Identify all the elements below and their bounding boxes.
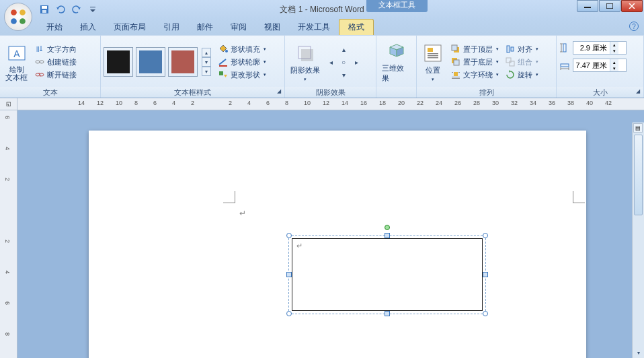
shadow-nudge: ▴ ◂○▸ ▾ [325, 43, 362, 81]
style-gallery[interactable]: ▴ ▾ ▾ [104, 47, 211, 77]
resize-handle-n[interactable] [385, 233, 390, 238]
shape-fill-button[interactable]: 形状填充▾ [216, 43, 268, 55]
style-swatch-1[interactable] [104, 47, 133, 77]
svg-point-0 [11, 9, 17, 15]
svg-rect-23 [428, 48, 433, 52]
shape-outline-button[interactable]: 形状轮廓▾ [216, 56, 268, 68]
undo-button[interactable] [54, 3, 67, 16]
titlebar: 文档 1 - Microsoft Word 文本框工具 [0, 0, 644, 19]
rotate-button[interactable]: 旋转▾ [503, 69, 540, 81]
nudge-down[interactable]: ▾ [337, 69, 350, 81]
resize-handle-e[interactable] [483, 272, 488, 277]
save-button[interactable] [38, 3, 51, 16]
svg-text:A: A [13, 48, 20, 59]
styles-launcher[interactable]: ◢ [275, 88, 283, 96]
svg-rect-40 [563, 44, 566, 52]
resize-handle-ne[interactable] [483, 233, 488, 238]
resize-handle-w[interactable] [286, 272, 292, 277]
group-button[interactable]: 组合▾ [503, 56, 540, 68]
height-icon [559, 42, 570, 53]
redo-button[interactable] [70, 3, 83, 16]
minimize-button[interactable] [577, 0, 598, 12]
nudge-center[interactable]: ○ [337, 56, 350, 68]
width-input[interactable]: ▴▾ [573, 59, 627, 72]
window-controls [576, 0, 643, 12]
ruler-toggle[interactable]: ▤ [633, 123, 643, 133]
svg-rect-21 [301, 49, 313, 61]
textbox[interactable]: ↵ [292, 238, 483, 311]
nudge-up[interactable]: ▴ [337, 43, 350, 55]
shadow-effects-button[interactable]: 阴影效果▾ [288, 41, 323, 83]
svg-point-1 [19, 9, 26, 15]
text-wrap-button[interactable]: 文字环绕▾ [448, 69, 501, 81]
horizontal-ruler[interactable]: 1412108642246810121416182022242628303234… [17, 98, 644, 110]
bring-front-button[interactable]: 置于顶层▾ [448, 43, 501, 55]
svg-point-2 [11, 18, 17, 24]
svg-rect-9 [606, 3, 613, 9]
scroll-thumb[interactable] [634, 135, 643, 215]
svg-rect-39 [510, 61, 514, 66]
svg-point-14 [40, 61, 44, 63]
svg-rect-28 [452, 45, 457, 50]
tab-page-layout[interactable]: 页面布局 [105, 20, 155, 35]
resize-handle-sw[interactable] [286, 311, 292, 316]
style-swatch-2[interactable] [136, 47, 165, 77]
resize-handle-nw[interactable] [286, 233, 292, 238]
tab-insert[interactable]: 插入 [71, 20, 105, 35]
margin-mark [223, 191, 235, 203]
send-back-button[interactable]: 置于底层▾ [448, 56, 501, 68]
create-link-button[interactable]: 创建链接 [32, 56, 79, 68]
break-link-button[interactable]: 断开链接 [32, 69, 79, 81]
svg-rect-33 [458, 72, 460, 73]
size-launcher[interactable]: ◢ [634, 88, 642, 96]
tab-mailings[interactable]: 邮件 [188, 20, 222, 35]
group-shadow: 阴影效果▾ ▴ ◂○▸ ▾ 阴影效果 [285, 36, 376, 98]
page[interactable]: ↵ ↵ [89, 131, 586, 358]
ribbon: A 绘制 文本框 ll文字方向 创建链接 断开链接 文本 ▴ ▾ ▾ [0, 35, 644, 98]
vertical-ruler[interactable]: 6422468 [0, 110, 17, 358]
svg-rect-30 [454, 60, 459, 65]
3d-effects-button[interactable]: 三维效果 [379, 39, 413, 85]
scroll-down[interactable]: ▾ [633, 347, 644, 358]
draw-textbox-button[interactable]: A 绘制 文本框 [3, 41, 30, 83]
help-button[interactable]: ? [629, 22, 639, 31]
svg-rect-8 [584, 7, 591, 8]
gallery-more[interactable]: ▾ [202, 67, 211, 76]
tab-format[interactable]: 格式 [339, 19, 374, 35]
context-tab-title: 文本框工具 [366, 0, 428, 12]
maximize-button[interactable] [599, 0, 620, 12]
style-swatch-3[interactable] [168, 47, 198, 77]
svg-rect-32 [452, 72, 453, 73]
svg-rect-41 [561, 64, 569, 67]
svg-rect-25 [428, 55, 438, 57]
align-button[interactable]: 对齐▾ [503, 43, 540, 55]
tab-developer[interactable]: 开发工具 [289, 20, 339, 35]
rotate-handle[interactable] [385, 225, 390, 230]
office-button[interactable] [4, 3, 32, 31]
gallery-up[interactable]: ▴ [202, 48, 211, 57]
position-button[interactable]: 位置▾ [419, 41, 446, 83]
resize-handle-se[interactable] [483, 311, 488, 316]
resize-handle-s[interactable] [385, 311, 390, 316]
width-icon [559, 60, 570, 71]
gallery-down[interactable]: ▾ [202, 57, 211, 67]
svg-rect-6 [42, 10, 46, 13]
close-button[interactable] [621, 0, 643, 12]
change-shape-button[interactable]: 更改形状▾ [216, 69, 268, 81]
tab-view[interactable]: 视图 [255, 20, 289, 35]
document-canvas[interactable]: ↵ ↵ [17, 110, 644, 358]
group-3d: 三维效果 [376, 36, 417, 98]
svg-rect-18 [219, 65, 227, 67]
tab-home[interactable]: 开始 [38, 20, 71, 35]
svg-rect-7 [90, 7, 95, 7]
ruler-corner[interactable]: ◱ [0, 98, 17, 110]
tab-references[interactable]: 引用 [155, 20, 188, 35]
svg-rect-34 [452, 77, 460, 77]
qat-customize[interactable] [86, 3, 99, 16]
nudge-right[interactable]: ▸ [350, 56, 362, 68]
text-direction-button[interactable]: ll文字方向 [32, 43, 79, 55]
nudge-left[interactable]: ◂ [325, 56, 337, 68]
tab-review[interactable]: 审阅 [222, 20, 255, 35]
vertical-scrollbar[interactable]: ▤ ▴ ▾ [632, 122, 644, 358]
height-input[interactable]: ▴▾ [573, 41, 627, 55]
